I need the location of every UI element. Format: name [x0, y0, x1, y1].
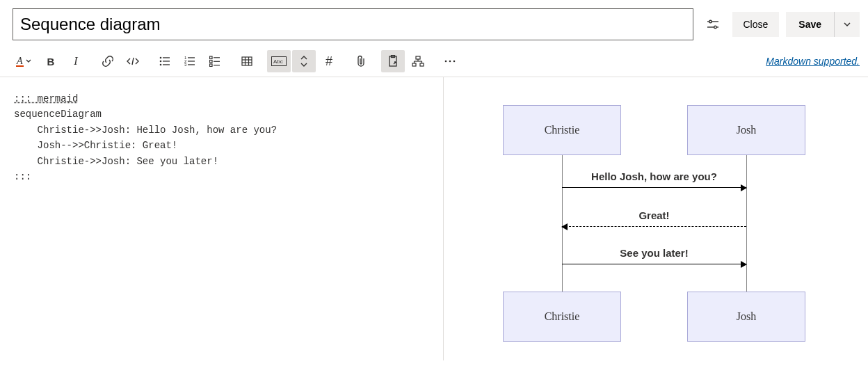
save-button-group: Save	[786, 12, 860, 37]
attachment-button[interactable]	[349, 50, 373, 72]
code-line: Christie->>Josh: See you later!	[14, 156, 218, 167]
svg-rect-7	[16, 65, 24, 67]
toolbar-row: A B I 123 Abc	[0, 47, 868, 77]
lifeline-right	[746, 155, 747, 292]
expand-collapse-button[interactable]	[292, 50, 316, 72]
arrowhead-right-icon	[741, 184, 747, 191]
code-line: :::	[14, 171, 31, 182]
save-button[interactable]: Save	[786, 12, 835, 37]
message-label-1: Hello Josh, how are you?	[562, 170, 746, 182]
svg-text:Abc: Abc	[273, 58, 283, 65]
code-line: Christie->>Josh: Hello Josh, how are you…	[14, 125, 277, 136]
svg-rect-20	[188, 64, 195, 65]
link-button[interactable]	[96, 50, 120, 72]
abc-button[interactable]: Abc	[267, 50, 291, 72]
svg-rect-23	[210, 61, 213, 63]
bold-button[interactable]: B	[39, 50, 63, 72]
close-button[interactable]: Close	[732, 12, 780, 37]
svg-point-43	[445, 61, 447, 63]
checklist-button[interactable]	[203, 50, 227, 72]
header-bar: Close Save	[0, 0, 868, 47]
title-input[interactable]	[13, 8, 693, 40]
svg-rect-25	[210, 64, 213, 67]
participant-box-top-left: Christie	[503, 105, 621, 155]
svg-line-8	[132, 58, 134, 65]
italic-button[interactable]: I	[64, 50, 88, 72]
svg-point-45	[453, 61, 456, 63]
settings-icon[interactable]	[700, 12, 725, 37]
svg-point-3	[714, 26, 716, 29]
svg-rect-21	[210, 56, 213, 59]
toolbar: A B I 123 Abc	[8, 50, 462, 72]
svg-rect-12	[163, 61, 170, 61]
bullet-list-button[interactable]	[153, 50, 177, 72]
svg-point-11	[160, 61, 162, 63]
svg-point-13	[160, 64, 162, 66]
svg-rect-16	[188, 57, 195, 58]
editor-body: ::: mermaid sequenceDiagram Christie->>J…	[0, 77, 868, 360]
table-button[interactable]	[235, 50, 259, 72]
font-color-button[interactable]: A	[8, 50, 38, 72]
svg-point-0	[709, 20, 712, 23]
message-arrow-3	[562, 264, 746, 264]
code-line: Josh-->>Christie: Great!	[14, 140, 177, 151]
clipboard-button[interactable]	[381, 50, 405, 72]
svg-rect-14	[163, 64, 170, 65]
svg-point-44	[449, 61, 451, 63]
svg-rect-10	[163, 57, 170, 58]
message-label-2: Great!	[562, 209, 746, 221]
save-dropdown-button[interactable]	[835, 12, 860, 37]
svg-rect-38	[420, 63, 424, 66]
svg-rect-36	[416, 56, 420, 59]
diagram-preview-pane: Christie Josh Hello Josh, how are you? G…	[444, 77, 868, 360]
svg-rect-37	[412, 63, 416, 66]
svg-point-9	[160, 57, 162, 59]
heading-button[interactable]: #	[317, 50, 341, 72]
markdown-source-pane[interactable]: ::: mermaid sequenceDiagram Christie->>J…	[0, 77, 444, 360]
svg-rect-18	[188, 61, 195, 61]
svg-text:3: 3	[184, 63, 187, 67]
code-line: ::: mermaid	[14, 93, 78, 104]
participant-box-bottom-right: Josh	[687, 292, 805, 342]
participant-box-bottom-left: Christie	[503, 292, 621, 342]
message-label-3: See you later!	[562, 247, 746, 259]
svg-rect-27	[242, 57, 252, 65]
code-line: sequenceDiagram	[14, 109, 102, 120]
hierarchy-button[interactable]	[406, 50, 430, 72]
message-arrow-2	[562, 226, 746, 227]
code-button[interactable]	[121, 50, 145, 72]
arrowhead-left-icon	[561, 223, 568, 230]
svg-text:A: A	[16, 56, 23, 66]
arrowhead-right-icon	[741, 261, 747, 268]
numbered-list-button[interactable]: 123	[178, 50, 202, 72]
markdown-supported-link[interactable]: Markdown supported.	[766, 56, 860, 67]
message-arrow-1	[562, 187, 746, 188]
more-button[interactable]	[438, 50, 462, 72]
participant-box-top-right: Josh	[687, 105, 805, 155]
chevron-down-icon	[843, 20, 851, 29]
